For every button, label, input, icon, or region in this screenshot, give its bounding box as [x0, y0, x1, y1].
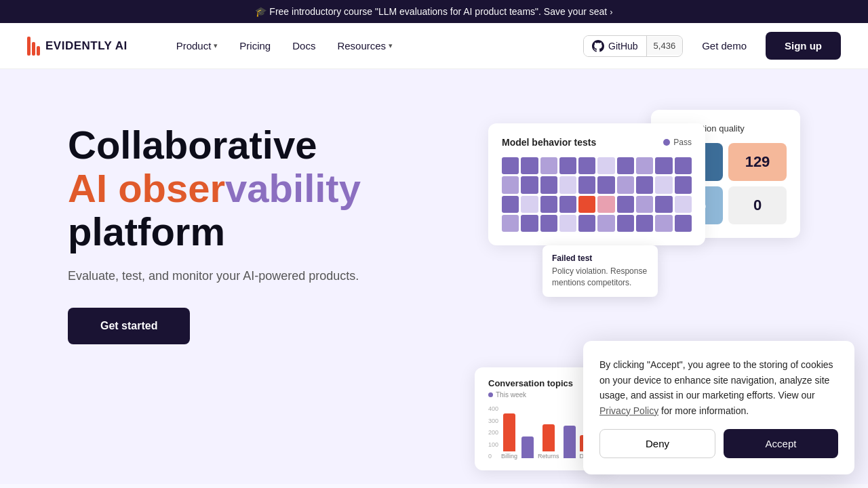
hm-cell — [636, 157, 653, 174]
hm-cell — [597, 176, 614, 193]
y-label: 300 — [488, 418, 498, 424]
model-behavior-card: Model behavior tests Pass — [488, 123, 705, 245]
logo-bar-1 — [27, 37, 31, 56]
cookie-actions: Deny Accept — [599, 429, 838, 458]
privacy-policy-link[interactable]: Privacy Policy — [599, 405, 658, 416]
nav-docs[interactable]: Docs — [284, 35, 323, 57]
logo-bar-3 — [37, 46, 40, 56]
conversation-title: Conversation topics — [488, 378, 597, 388]
legend-dot — [488, 392, 493, 397]
bar-group-billing: Billing — [501, 413, 517, 460]
hm-cell — [675, 176, 692, 193]
hero-title-line3: platform — [68, 209, 225, 253]
navbar: EVIDENTLY AI Product ▾ Pricing Docs Reso… — [0, 23, 868, 69]
hero-left: Collaborative AI observability platform … — [68, 110, 461, 484]
bar-label: Billing — [501, 453, 517, 460]
product-chevron-icon: ▾ — [214, 41, 218, 50]
hm-cell — [655, 215, 672, 232]
model-header: Model behavior tests Pass — [502, 137, 692, 148]
hm-cell — [521, 176, 538, 193]
y-axis: 400 300 200 100 0 — [488, 405, 498, 460]
y-label: 200 — [488, 429, 498, 436]
hero-title-ai: AI observability — [68, 166, 361, 210]
sign-up-button[interactable]: Sign up — [766, 32, 841, 60]
hm-cell — [559, 196, 576, 213]
hm-cell — [636, 176, 653, 193]
y-label: 100 — [488, 441, 498, 448]
github-label: GitHub — [608, 41, 638, 52]
hm-cell — [559, 215, 576, 232]
hero-title-vability: vability — [225, 166, 361, 210]
cls-cell-129: 129 — [728, 143, 787, 181]
hm-cell — [540, 157, 557, 174]
hm-cell — [578, 176, 595, 193]
failed-title: Failed test — [552, 253, 648, 263]
hm-cell-red — [578, 196, 595, 213]
hm-cell — [521, 196, 538, 213]
hm-cell — [655, 196, 672, 213]
model-title: Model behavior tests — [502, 137, 596, 148]
bar-label: Returns — [538, 453, 559, 460]
logo[interactable]: EVIDENTLY AI — [27, 37, 127, 56]
hm-cell — [578, 157, 595, 174]
deny-button[interactable]: Deny — [599, 429, 715, 458]
bar-purple — [521, 436, 534, 458]
get-started-button[interactable]: Get started — [68, 308, 190, 344]
nav-right: GitHub 5,436 Get demo Sign up — [583, 32, 841, 60]
pass-badge: Pass — [663, 138, 692, 147]
banner-arrow: › — [610, 7, 612, 17]
hm-cell — [502, 215, 519, 232]
hero-title-line1: Collaborative — [68, 123, 317, 167]
heatmap — [502, 157, 692, 232]
hm-cell — [540, 196, 557, 213]
bar-group-billing-purple — [521, 436, 534, 460]
pass-dot — [663, 139, 670, 146]
cookie-link-suffix: for more information. — [658, 405, 749, 416]
hero-title: Collaborative AI observability platform — [68, 123, 461, 253]
hm-cell — [597, 196, 614, 213]
bar-group-returns-purple — [564, 426, 576, 460]
hm-cell — [559, 157, 576, 174]
y-label: 400 — [488, 405, 498, 412]
cls-cell-0: 0 — [728, 186, 787, 224]
hm-cell — [655, 157, 672, 174]
bar-purple — [564, 426, 576, 458]
hm-cell — [675, 196, 692, 213]
failed-tooltip: Failed test Policy violation. Response m… — [542, 245, 658, 297]
hm-cell — [540, 176, 557, 193]
bar-red — [542, 424, 555, 451]
logo-text: EVIDENTLY AI — [45, 39, 127, 53]
accept-button[interactable]: Accept — [724, 429, 838, 458]
hm-cell — [540, 215, 557, 232]
cookie-banner: By clicking "Accept", you agree to the s… — [583, 341, 854, 474]
top-banner[interactable]: 🎓 Free introductory course "LLM evaluati… — [0, 0, 868, 23]
get-demo-link[interactable]: Get demo — [694, 35, 755, 57]
cookie-text: By clicking "Accept", you agree to the s… — [599, 357, 838, 418]
github-count: 5,436 — [647, 37, 683, 55]
nav-resources[interactable]: Resources ▾ — [329, 35, 401, 57]
banner-text: 🎓 Free introductory course "LLM evaluati… — [255, 6, 607, 17]
failed-description: Policy violation. Response mentions comp… — [552, 266, 648, 289]
hm-cell — [521, 157, 538, 174]
hm-cell — [636, 196, 653, 213]
nav-links: Product ▾ Pricing Docs Resources ▾ — [168, 35, 583, 57]
hero-title-obs: obser — [118, 166, 225, 210]
conversation-legend: This week — [488, 391, 597, 399]
github-icon — [592, 40, 604, 52]
nav-product[interactable]: Product ▾ — [168, 35, 226, 57]
legend-label: This week — [496, 391, 526, 399]
y-label: 0 — [488, 453, 498, 460]
hm-cell — [597, 215, 614, 232]
nav-pricing[interactable]: Pricing — [231, 35, 279, 57]
hm-cell — [521, 215, 538, 232]
logo-icon — [27, 37, 40, 56]
hm-cell — [617, 176, 634, 193]
hm-cell — [597, 157, 614, 174]
github-button[interactable]: GitHub 5,436 — [583, 35, 683, 57]
hm-cell — [502, 157, 519, 174]
pass-label: Pass — [673, 138, 692, 147]
hm-cell — [617, 196, 634, 213]
github-button-main[interactable]: GitHub — [584, 36, 647, 56]
hm-cell — [578, 215, 595, 232]
hm-cell — [675, 215, 692, 232]
